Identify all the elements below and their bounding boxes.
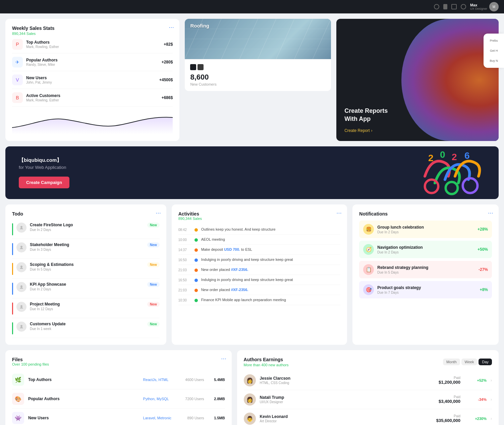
svg-point-24	[20, 325, 22, 327]
grid-icon	[451, 4, 457, 9]
side-panel-item-3[interactable]: Buy N	[486, 56, 501, 65]
reports-title-line1: Create Reports	[344, 107, 491, 115]
author-info: Natali Trump UI/UX Designer	[260, 395, 435, 404]
author-change: +52%	[470, 378, 487, 382]
create-campaign-button[interactable]: Create Campaign	[19, 177, 69, 188]
todo-info: Create FireStone Logo Due In 2 Days	[30, 223, 144, 232]
stat-value: +82$	[164, 42, 173, 47]
stat-sub: John, Pat, Jimmy	[26, 81, 156, 84]
weekly-sales-title: Weekly Sales Stats	[12, 26, 173, 31]
create-report-link[interactable]: Create Report ›	[344, 128, 491, 133]
file-name: Top Authors	[28, 377, 139, 382]
activity-time: 08:42	[178, 228, 191, 232]
activity-link[interactable]: #XF-2356.	[231, 268, 248, 272]
svg-point-21	[20, 266, 22, 268]
todo-bar	[12, 243, 13, 255]
todo-info: Stakeholder Meeting Due In 3 Days	[30, 242, 144, 251]
author-name: Natali Trump	[260, 395, 435, 400]
reports-title-line2: With App	[344, 115, 491, 123]
author-role: Art Director	[260, 419, 432, 423]
todo-title: Todo	[12, 211, 160, 217]
author-name: Kevin Leonard	[260, 414, 432, 419]
svg-text:0: 0	[440, 149, 445, 160]
notifications-card: Notifications ⋯ 🍔 Group lunch celebratio…	[352, 204, 499, 345]
activity-list: 08:42 Outlines keep you honest. And keep…	[178, 225, 341, 305]
campaign-decoration: 2 0 2 6	[418, 150, 485, 196]
notifications-list: 🍔 Group lunch celebration Due In 2 Days …	[359, 221, 492, 298]
stat-value: +4500$	[159, 78, 173, 82]
stat-icon: P	[12, 39, 23, 50]
activity-item: 16:50 Indulging in poorly driving and ke…	[178, 275, 341, 285]
period-day-button[interactable]: Day	[479, 359, 492, 365]
todo-card: Todo ⋯ Create FireStone Logo Due In 2 Da…	[5, 204, 166, 345]
activity-link[interactable]: #XF-2356.	[231, 288, 248, 292]
todo-name: Scoping & Estimations	[30, 262, 144, 267]
todo-due: Due In 1 week	[30, 327, 144, 331]
activity-dot	[194, 299, 198, 302]
activity-time: 16:50	[178, 258, 191, 262]
svg-point-19	[20, 226, 22, 228]
todo-name: Project Meeting	[30, 302, 144, 306]
activities-title: Activities	[178, 211, 341, 217]
author-arrow-icon[interactable]: ›	[491, 397, 492, 402]
notif-value: +50%	[478, 247, 488, 252]
activity-text: Outlines keep you honest. And keep struc…	[201, 227, 341, 231]
author-paid-label: Paid	[439, 376, 460, 380]
author-role: UI/UX Designer	[260, 400, 435, 404]
file-users: 7200 Users	[181, 397, 204, 401]
todo-due: Due In 2 Days	[30, 228, 144, 232]
todo-bar	[12, 302, 13, 315]
todo-avatar	[16, 223, 26, 233]
roofing-card: Roofing	[185, 19, 331, 91]
file-size: 5.4MB	[208, 378, 225, 382]
notif-due: Due In 5 Days	[377, 271, 475, 274]
activity-time: 21:03	[178, 288, 191, 292]
side-panel-item-1[interactable]: Prebu	[486, 36, 501, 45]
side-panel-item-2[interactable]: Get H	[486, 46, 501, 55]
notifications-dots[interactable]: ⋯	[488, 210, 493, 216]
activity-text: Indulging in poorly driving and keep str…	[201, 278, 341, 282]
period-month-button[interactable]: Month	[443, 359, 460, 365]
notif-name: Group lunch celebration	[377, 225, 474, 230]
search-icon[interactable]	[434, 4, 439, 9]
author-arrow-icon[interactable]: ›	[491, 416, 492, 421]
todo-info: Customers Update Due In 1 week	[30, 322, 144, 331]
file-item: 👾 New Users Laravel, Metronic 890 Users …	[12, 409, 225, 425]
brightness-icon	[461, 4, 466, 9]
author-avatar: 👨	[244, 413, 256, 425]
stat-name: New Users	[26, 76, 156, 80]
svg-point-23	[20, 305, 22, 307]
activity-time: 10:00	[178, 238, 191, 242]
activity-dot	[194, 248, 198, 252]
activities-dots[interactable]: ⋯	[336, 210, 342, 216]
todo-badge: New	[147, 262, 160, 267]
author-row: 👩 Jessie Clarcson HTML, CSS Coding Paid …	[244, 371, 492, 390]
stat-info: Top Authors Mark, Rowling, Esther	[26, 40, 160, 49]
notif-info: Navigation optimization Due In 2 Days	[377, 245, 474, 254]
notif-due: Due In 2 Days	[377, 250, 474, 254]
todo-name: Stakeholder Meeting	[30, 242, 144, 247]
author-arrow-icon[interactable]: ›	[491, 378, 492, 383]
period-week-button[interactable]: Week	[461, 359, 478, 365]
customers-count: 8,600	[190, 73, 326, 82]
file-tech: Laravel, Metronic	[143, 416, 177, 420]
todo-dots[interactable]: ⋯	[156, 210, 161, 216]
file-users: 4600 Users	[181, 378, 204, 382]
activity-item: 21:03 New order placed #XF-2356.	[178, 285, 341, 295]
author-amount: $3,400,000	[439, 399, 460, 404]
file-tech: Python, MySQL	[143, 397, 177, 401]
activity-link[interactable]: USD 700.	[224, 247, 240, 251]
activity-item: 21:03 New order placed #XF-2356.	[178, 265, 341, 275]
todo-bar	[12, 263, 13, 275]
author-row: 👩 Natali Trump UI/UX Designer Paid $3,40…	[244, 390, 492, 409]
user-name: Max	[470, 3, 487, 7]
file-icon: 🎨	[12, 393, 24, 405]
square-icon-1	[190, 64, 196, 70]
avatar: M	[489, 2, 499, 11]
activity-time: 14:37	[178, 248, 191, 252]
weekly-sales-dots[interactable]: ⋯	[169, 24, 174, 31]
file-size: 2.8MB	[208, 397, 225, 401]
files-dots[interactable]: ⋯	[221, 356, 226, 362]
activity-text: Make deposit USD 700. to ESL	[201, 247, 341, 251]
customers-label: New Customers	[190, 82, 326, 86]
